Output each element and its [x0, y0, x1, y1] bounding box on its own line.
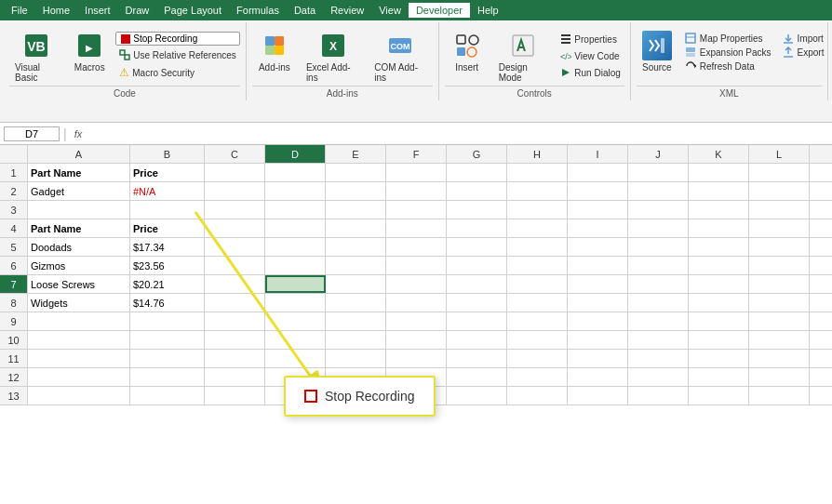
cell-k13[interactable] — [689, 387, 749, 405]
menu-review[interactable]: Review — [323, 3, 371, 18]
cell-e2[interactable] — [326, 182, 386, 200]
cell-c9[interactable] — [205, 312, 265, 330]
cell-k9[interactable] — [689, 312, 749, 330]
menu-developer[interactable]: Developer — [409, 3, 470, 18]
cell-g1[interactable] — [447, 164, 507, 181]
col-header-b[interactable]: B — [130, 145, 205, 163]
cell-i6[interactable] — [568, 257, 628, 274]
cell-k2[interactable] — [689, 182, 749, 200]
cell-d2[interactable] — [265, 182, 326, 200]
cell-g7[interactable] — [447, 275, 507, 293]
cell-b4[interactable]: Price — [130, 219, 205, 237]
cell-h4[interactable] — [507, 219, 568, 237]
col-header-d[interactable]: D — [265, 145, 326, 163]
cell-d8[interactable] — [265, 294, 326, 312]
cell-d7[interactable] — [265, 275, 326, 293]
cell-c12[interactable] — [205, 368, 265, 386]
cell-j5[interactable] — [628, 238, 689, 256]
import-button[interactable]: Import — [779, 32, 828, 45]
cell-a8[interactable]: Widgets — [28, 294, 130, 312]
cell-b2[interactable]: #N/A — [130, 182, 205, 200]
macro-security-button[interactable]: ⚠ Macro Security — [115, 64, 240, 81]
stop-recording-ribbon-button[interactable]: Stop Recording — [115, 32, 240, 46]
cell-h2[interactable] — [507, 182, 568, 200]
row-header-4[interactable]: 4 — [0, 219, 28, 237]
cell-a4[interactable]: Part Name — [28, 219, 130, 237]
cell-j2[interactable] — [628, 182, 689, 200]
row-header-11[interactable]: 11 — [0, 350, 28, 367]
cell-i4[interactable] — [568, 219, 628, 237]
cell-f8[interactable] — [386, 294, 447, 312]
cell-f7[interactable] — [386, 275, 447, 293]
cell-a9[interactable] — [28, 312, 130, 330]
cell-b12[interactable] — [130, 368, 205, 386]
cell-g9[interactable] — [447, 312, 507, 330]
cell-d4[interactable] — [265, 219, 326, 237]
expansion-packs-button[interactable]: Expansion Packs — [681, 46, 775, 59]
run-dialog-button[interactable]: Run Dialog — [557, 65, 624, 80]
cell-c3[interactable] — [205, 201, 265, 219]
cell-l5[interactable] — [749, 238, 810, 256]
cell-i3[interactable] — [568, 201, 628, 219]
cell-b8[interactable]: $14.76 — [130, 294, 205, 312]
menu-draw[interactable]: Draw — [118, 3, 157, 18]
formula-input[interactable] — [89, 128, 828, 139]
cell-l6[interactable] — [749, 257, 810, 274]
refresh-data-button[interactable]: Refresh Data — [681, 60, 775, 73]
cell-i13[interactable] — [568, 387, 628, 405]
cell-b10[interactable] — [130, 331, 205, 349]
row-header-13[interactable]: 13 — [0, 387, 28, 405]
cell-d3[interactable] — [265, 201, 326, 219]
cell-k1[interactable] — [689, 164, 749, 181]
cell-l4[interactable] — [749, 219, 810, 237]
cell-c8[interactable] — [205, 294, 265, 312]
cell-e8[interactable] — [326, 294, 386, 312]
source-button[interactable]: Source — [637, 28, 678, 75]
add-ins-button[interactable]: Add-ins — [252, 28, 297, 75]
cell-i11[interactable] — [568, 350, 628, 367]
cell-l3[interactable] — [749, 201, 810, 219]
cell-a13[interactable] — [28, 387, 130, 405]
cell-d1[interactable] — [265, 164, 326, 181]
relative-reference-button[interactable]: Use Relative References — [115, 47, 240, 62]
cell-a12[interactable] — [28, 368, 130, 386]
cell-c5[interactable] — [205, 238, 265, 256]
cell-c10[interactable] — [205, 331, 265, 349]
row-header-5[interactable]: 5 — [0, 238, 28, 256]
cell-f10[interactable] — [386, 331, 447, 349]
menu-help[interactable]: Help — [470, 3, 506, 18]
cell-l11[interactable] — [749, 350, 810, 367]
visual-basic-button[interactable]: VB Visual Basic — [9, 28, 63, 86]
cell-b7[interactable]: $20.21 — [130, 275, 205, 293]
cell-i7[interactable] — [568, 275, 628, 293]
cell-f4[interactable] — [386, 219, 447, 237]
cell-l10[interactable] — [749, 331, 810, 349]
map-properties-button[interactable]: Map Properties — [681, 32, 775, 45]
col-header-g[interactable]: G — [447, 145, 507, 163]
cell-h8[interactable] — [507, 294, 568, 312]
cell-a11[interactable] — [28, 350, 130, 367]
cell-b9[interactable] — [130, 312, 205, 330]
cell-j6[interactable] — [628, 257, 689, 274]
cell-f5[interactable] — [386, 238, 447, 256]
cell-k10[interactable] — [689, 331, 749, 349]
cell-l13[interactable] — [749, 387, 810, 405]
cell-g13[interactable] — [447, 387, 507, 405]
cell-f3[interactable] — [386, 201, 447, 219]
menu-home[interactable]: Home — [35, 3, 77, 18]
menu-formulas[interactable]: Formulas — [229, 3, 287, 18]
cell-f2[interactable] — [386, 182, 447, 200]
cell-j10[interactable] — [628, 331, 689, 349]
cell-i5[interactable] — [568, 238, 628, 256]
cell-a10[interactable] — [28, 331, 130, 349]
cell-j1[interactable] — [628, 164, 689, 181]
cell-e7[interactable] — [326, 275, 386, 293]
col-header-c[interactable]: C — [205, 145, 265, 163]
cell-g3[interactable] — [447, 201, 507, 219]
cell-f6[interactable] — [386, 257, 447, 274]
cell-i2[interactable] — [568, 182, 628, 200]
cell-d5[interactable] — [265, 238, 326, 256]
cell-l12[interactable] — [749, 368, 810, 386]
cell-e3[interactable] — [326, 201, 386, 219]
cell-c11[interactable] — [205, 350, 265, 367]
